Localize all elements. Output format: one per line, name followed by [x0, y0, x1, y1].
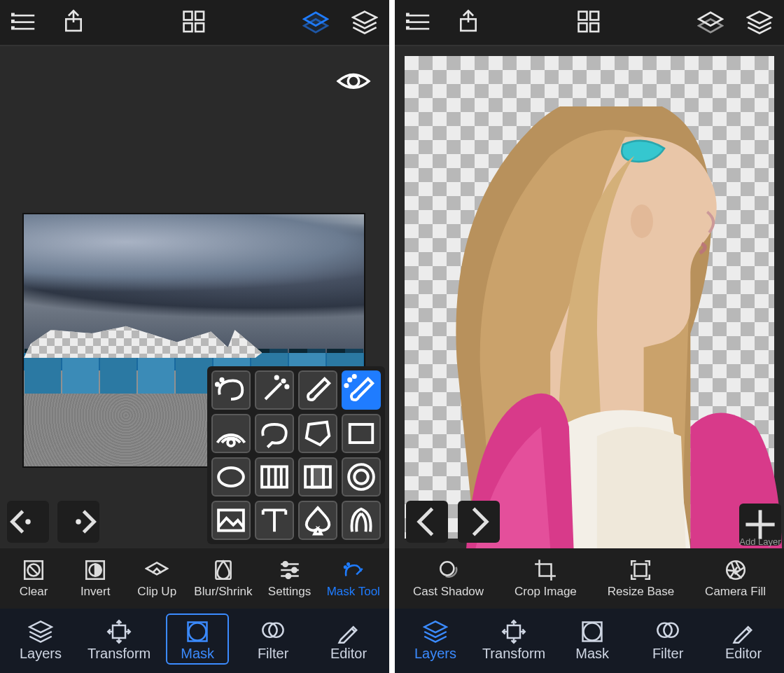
- brush-icon[interactable]: [298, 370, 337, 410]
- mask-layer-icon[interactable]: [302, 9, 329, 36]
- left-app-screen: Clear Invert Clip Up Blur/Shrink Setting…: [0, 0, 389, 673]
- grad-h-icon[interactable]: [255, 457, 294, 497]
- poly-lasso-icon[interactable]: [298, 414, 337, 453]
- grid-icon[interactable]: [576, 9, 603, 36]
- tab-layers[interactable]: Layers: [404, 615, 467, 663]
- subbar-left: Clear Invert Clip Up Blur/Shrink Setting…: [0, 548, 389, 609]
- tab-mask[interactable]: Mask: [561, 615, 624, 663]
- prev-layer-button[interactable]: [406, 501, 448, 543]
- right-app-screen: Add Layer Cast Shadow Crop Image Resize …: [395, 0, 784, 673]
- tab-filter[interactable]: Filter: [636, 615, 699, 663]
- bottombar-right: Layers Transform Mask Filter Editor: [395, 609, 784, 673]
- tab-editor[interactable]: Editor: [317, 615, 380, 663]
- list-icon[interactable]: [406, 9, 433, 36]
- clipup-button[interactable]: Clip Up: [132, 558, 181, 599]
- layers-icon[interactable]: [746, 9, 773, 36]
- topbar-right: [395, 0, 784, 46]
- tab-mask[interactable]: Mask: [166, 613, 229, 665]
- tab-editor[interactable]: Editor: [712, 615, 775, 663]
- tab-filter[interactable]: Filter: [241, 615, 304, 663]
- magic-wand-icon[interactable]: [255, 370, 294, 410]
- invert-button[interactable]: Invert: [71, 558, 120, 599]
- magic-lasso-icon[interactable]: [211, 370, 251, 410]
- hair-icon[interactable]: [342, 501, 381, 540]
- mask-tool-button[interactable]: Mask Tool: [327, 558, 380, 599]
- visibility-icon[interactable]: [336, 66, 371, 87]
- undo-button[interactable]: [7, 501, 49, 543]
- layers-icon[interactable]: [351, 9, 378, 36]
- topbar-left: [0, 0, 389, 46]
- subbar-right: Cast Shadow Crop Image Resize Base Camer…: [395, 548, 784, 609]
- redo-button[interactable]: [57, 501, 99, 543]
- share-icon[interactable]: [60, 9, 87, 36]
- mask-layer-icon[interactable]: [697, 9, 724, 36]
- share-icon[interactable]: [455, 9, 482, 36]
- mask-tool-grid: [207, 366, 385, 544]
- clear-button[interactable]: Clear: [9, 558, 58, 599]
- lasso-icon[interactable]: [255, 414, 294, 453]
- grad-radial-icon[interactable]: [211, 414, 251, 453]
- svg-point-76: [631, 204, 653, 238]
- spade-shape-icon[interactable]: [298, 501, 337, 540]
- ellipse-icon[interactable]: [211, 457, 251, 497]
- cast-shadow-button[interactable]: Cast Shadow: [413, 558, 484, 599]
- cutout-layer[interactable]: [410, 106, 784, 548]
- text-icon[interactable]: [255, 501, 294, 540]
- crop-image-button[interactable]: Crop Image: [514, 558, 577, 599]
- tab-transform[interactable]: Transform: [85, 615, 153, 663]
- next-layer-button[interactable]: [458, 501, 500, 543]
- bottombar-left: Layers Transform Mask Filter Editor: [0, 609, 389, 673]
- add-layer-label: Add Layer: [739, 536, 780, 547]
- camera-fill-button[interactable]: Camera Fill: [705, 558, 766, 599]
- smart-brush-icon[interactable]: [342, 370, 381, 410]
- grad-v-icon[interactable]: [298, 457, 337, 497]
- add-layer-button[interactable]: Add Layer: [739, 504, 781, 546]
- tab-transform[interactable]: Transform: [479, 615, 548, 663]
- list-icon[interactable]: [11, 9, 38, 36]
- resize-base-button[interactable]: Resize Base: [608, 558, 674, 599]
- canvas-right[interactable]: Add Layer: [395, 46, 784, 548]
- image-icon[interactable]: [211, 501, 251, 540]
- settings-button[interactable]: Settings: [265, 558, 314, 599]
- grid-icon[interactable]: [181, 9, 208, 36]
- vignette-icon[interactable]: [342, 457, 381, 497]
- blur-shrink-button[interactable]: Blur/Shrink: [194, 558, 252, 599]
- tab-layers[interactable]: Layers: [9, 615, 72, 663]
- canvas-left[interactable]: [0, 46, 389, 548]
- rect-icon[interactable]: [342, 414, 381, 453]
